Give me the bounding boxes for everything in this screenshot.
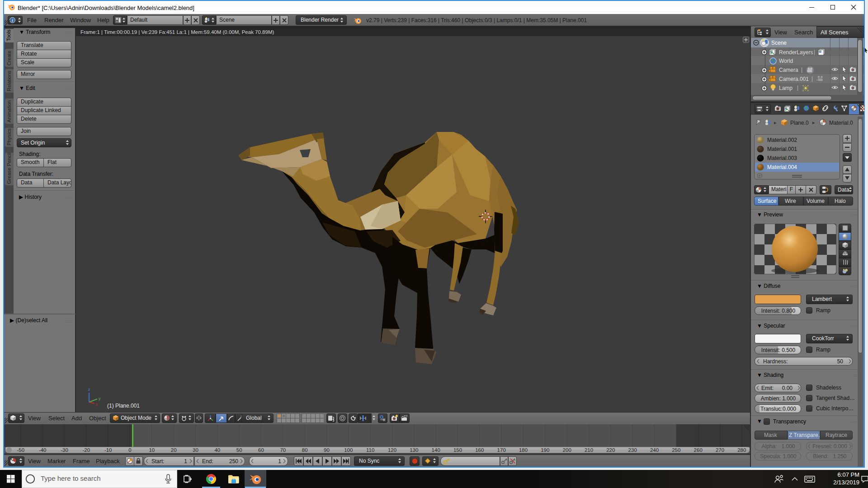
svg-text:250: 250 bbox=[672, 447, 680, 453]
svg-text:270: 270 bbox=[716, 447, 724, 453]
svg-text:240: 240 bbox=[650, 447, 659, 453]
svg-text:-50: -50 bbox=[17, 447, 24, 453]
svg-text:120: 120 bbox=[388, 447, 396, 453]
svg-text:110: 110 bbox=[366, 447, 374, 453]
svg-text:0: 0 bbox=[128, 447, 131, 453]
svg-text:80: 80 bbox=[302, 447, 308, 453]
svg-text:y: y bbox=[99, 396, 101, 401]
svg-text:-30: -30 bbox=[61, 447, 68, 453]
svg-text:x: x bbox=[96, 402, 98, 407]
svg-text:-20: -20 bbox=[82, 447, 90, 453]
svg-text:140: 140 bbox=[432, 447, 440, 453]
svg-text:150: 150 bbox=[453, 447, 462, 453]
svg-text:220: 220 bbox=[606, 447, 615, 453]
svg-text:-40: -40 bbox=[39, 447, 47, 453]
svg-text:190: 190 bbox=[541, 447, 549, 453]
svg-text:50: 50 bbox=[236, 447, 242, 453]
svg-text:130: 130 bbox=[410, 447, 418, 453]
svg-text:230: 230 bbox=[628, 447, 637, 453]
svg-text:20: 20 bbox=[171, 447, 177, 453]
svg-text:200: 200 bbox=[563, 447, 571, 453]
svg-text:40: 40 bbox=[214, 447, 220, 453]
svg-text:280: 280 bbox=[737, 447, 746, 453]
svg-text:160: 160 bbox=[475, 447, 484, 453]
svg-text:100: 100 bbox=[344, 447, 353, 453]
svg-text:90: 90 bbox=[324, 447, 330, 453]
svg-text:-10: -10 bbox=[104, 447, 112, 453]
svg-text:260: 260 bbox=[694, 447, 703, 453]
svg-text:180: 180 bbox=[519, 447, 528, 453]
svg-text:70: 70 bbox=[280, 447, 286, 453]
svg-text:170: 170 bbox=[497, 447, 506, 453]
svg-text:10: 10 bbox=[149, 447, 155, 453]
svg-text:210: 210 bbox=[585, 447, 593, 453]
svg-text:30: 30 bbox=[193, 447, 198, 453]
svg-text:60: 60 bbox=[258, 447, 264, 453]
svg-text:z: z bbox=[88, 387, 90, 392]
